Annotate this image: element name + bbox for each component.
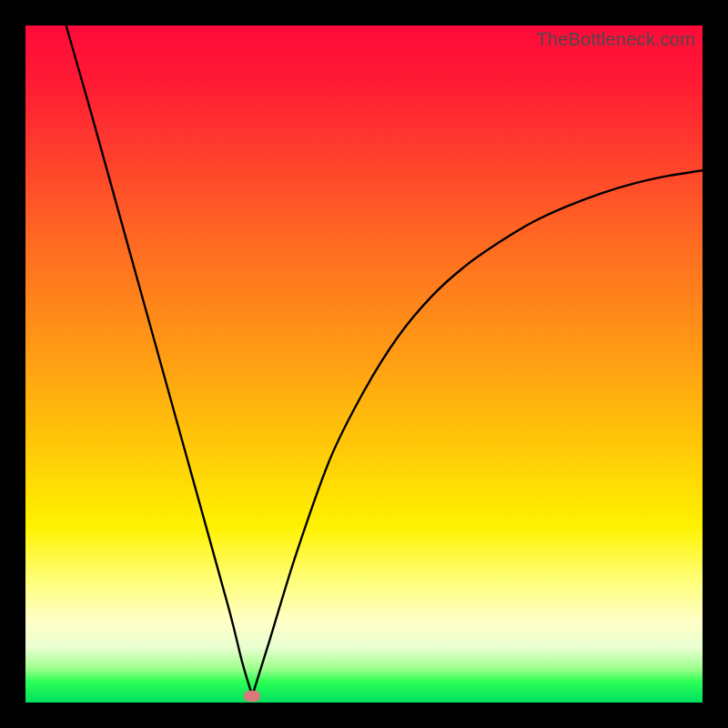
plot-area: TheBottleneck.com — [25, 25, 703, 703]
curve-right-branch — [252, 170, 703, 695]
curve-svg — [25, 25, 703, 703]
watermark-text: TheBottleneck.com — [536, 29, 695, 50]
curve-left-branch — [66, 25, 253, 696]
minimum-marker — [244, 691, 260, 702]
